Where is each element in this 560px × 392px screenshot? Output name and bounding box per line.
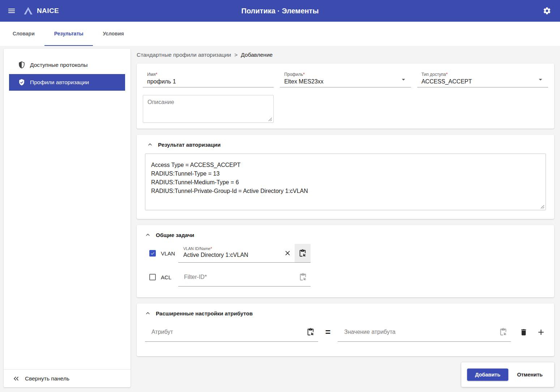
paste-icon [299, 249, 307, 257]
brand-name: NAICE [37, 7, 59, 15]
common-tasks-card: Общие задачи VLAN VLAN ID/Name* [137, 225, 554, 297]
profile-form-card: Имя* Профиль* Eltex MES23xx Тип доступа*… [137, 64, 554, 129]
paste-icon [307, 328, 315, 336]
dropdown-arrow-icon [537, 76, 544, 83]
tab-usloviya[interactable]: Условия [93, 22, 133, 46]
resize-handle-icon[interactable] [540, 205, 544, 209]
vlan-id-field[interactable]: VLAN ID/Name* [178, 244, 311, 263]
app-bar: NAICE Политика · Элементы [0, 0, 560, 22]
chevron-up-icon [144, 231, 151, 238]
breadcrumb-current: Добавление [241, 52, 273, 58]
double-chevron-left-icon [12, 375, 20, 383]
collapse-panel-button[interactable]: Свернуть панель [4, 369, 131, 387]
access-type-select-value: ACCESS_ACCEPT [422, 77, 544, 86]
section-title: Расширенные настройки атрибутов [156, 310, 253, 316]
action-bar: Добавить Отменить [461, 362, 554, 387]
sidebar-item-authorization-profiles[interactable]: Профили авторизации [9, 74, 125, 91]
acl-checkbox-label: ACL [161, 274, 178, 280]
collapse-section-button[interactable] [144, 231, 151, 238]
authorization-result-header: Результат авторизации [145, 141, 546, 148]
vlan-id-field-label: VLAN ID/Name* [183, 246, 280, 251]
profile-select-label: Профиль* [284, 72, 406, 77]
description-input[interactable] [143, 95, 273, 122]
settings-button[interactable] [541, 5, 553, 17]
acl-filter-input[interactable] [183, 273, 299, 281]
gear-icon [543, 7, 551, 15]
plus-icon [537, 328, 546, 337]
tab-slovari[interactable]: Словари [3, 22, 44, 46]
profile-select[interactable]: Профиль* Eltex MES23xx [280, 70, 411, 87]
paste-vlan-button[interactable] [295, 244, 311, 262]
checkmark-icon [150, 251, 155, 256]
paste-icon [299, 273, 307, 281]
vlan-checkbox[interactable] [149, 250, 156, 257]
name-input[interactable] [147, 77, 269, 86]
access-type-select-label: Тип доступа* [422, 72, 544, 77]
resize-handle-icon[interactable] [268, 117, 272, 121]
delete-attribute-row-button[interactable] [520, 328, 528, 336]
required-asterisk: * [303, 72, 305, 77]
vlan-task-row: VLAN VLAN ID/Name* [149, 244, 548, 263]
paste-attribute-value-button[interactable] [499, 328, 507, 336]
required-asterisk: * [446, 72, 448, 77]
acl-task-row: ACL [149, 268, 548, 287]
advanced-attributes-card: Расширенные настройки атрибутов = [137, 303, 554, 356]
paste-icon [499, 328, 507, 336]
trash-icon [520, 328, 528, 336]
description-field[interactable] [143, 95, 274, 123]
acl-checkbox[interactable] [149, 274, 156, 280]
attribute-value-input[interactable] [343, 328, 499, 336]
vlan-id-input[interactable] [183, 251, 280, 259]
breadcrumb: Стандартные профили авторизации > Добавл… [137, 51, 554, 59]
acl-filter-field[interactable] [178, 268, 311, 287]
hamburger-menu-icon [7, 7, 16, 15]
name-field-label: Имя* [147, 72, 269, 77]
section-title: Результат авторизации [158, 142, 221, 148]
close-icon [284, 249, 291, 257]
authorization-result-card: Результат авторизации Access Type = ACCE… [137, 135, 554, 219]
chevron-up-icon [144, 310, 151, 317]
equals-icon: = [318, 327, 338, 337]
attribute-value-field[interactable] [338, 322, 511, 342]
paste-acl-button[interactable] [299, 273, 307, 281]
menu-button[interactable] [6, 5, 17, 17]
attribute-field[interactable] [145, 322, 318, 342]
breadcrumb-separator: > [234, 52, 238, 58]
collapse-panel-label: Свернуть панель [25, 375, 69, 382]
advanced-attributes-header: Расширенные настройки атрибутов [143, 309, 548, 317]
chevron-up-icon [146, 141, 154, 148]
required-asterisk: * [210, 246, 212, 251]
profile-select-value: Eltex MES23xx [284, 77, 406, 86]
authorization-result-input[interactable]: Access Type = ACCESS_ACCEPT RADIUS:Tunne… [145, 154, 546, 210]
vlan-id-field-main: VLAN ID/Name* [178, 244, 280, 262]
main-panel: Стандартные профили авторизации > Добавл… [137, 49, 554, 392]
content-area: Доступные протоколы Профили авторизации … [0, 46, 560, 392]
page-title: Политика · Элементы [241, 7, 319, 15]
name-field[interactable]: Имя* [143, 70, 274, 87]
collapse-section-button[interactable] [144, 310, 151, 317]
section-title: Общие задачи [156, 232, 194, 238]
clear-vlan-button[interactable] [280, 244, 295, 262]
vlan-checkbox-label: VLAN [161, 250, 178, 257]
cancel-button[interactable]: Отменить [511, 369, 548, 381]
shield-half-icon [18, 61, 26, 69]
sidebar-item-label: Профили авторизации [30, 79, 89, 86]
shield-check-icon [18, 78, 26, 86]
sidebar-item-available-protocols[interactable]: Доступные протоколы [9, 57, 125, 73]
authorization-result-field[interactable]: Access Type = ACCESS_ACCEPT RADIUS:Tunne… [145, 154, 546, 210]
access-type-select[interactable]: Тип доступа* ACCESS_ACCEPT [417, 70, 548, 87]
required-asterisk: * [155, 72, 157, 77]
paste-attribute-button[interactable] [307, 328, 315, 336]
tab-rezultaty[interactable]: Результаты [44, 22, 93, 46]
sidebar-item-label: Доступные протоколы [30, 62, 87, 68]
collapse-section-button[interactable] [146, 141, 154, 148]
attribute-input[interactable] [151, 328, 307, 336]
sidebar: Доступные протоколы Профили авторизации … [4, 49, 131, 387]
add-attribute-row-button[interactable] [537, 328, 546, 337]
add-button[interactable]: Добавить [467, 369, 508, 381]
naice-logo-icon [23, 6, 33, 16]
dropdown-arrow-icon [399, 76, 407, 83]
tab-bar: Словари Результаты Условия [0, 22, 560, 46]
attribute-row: = [145, 322, 548, 342]
breadcrumb-parent[interactable]: Стандартные профили авторизации [137, 52, 231, 58]
